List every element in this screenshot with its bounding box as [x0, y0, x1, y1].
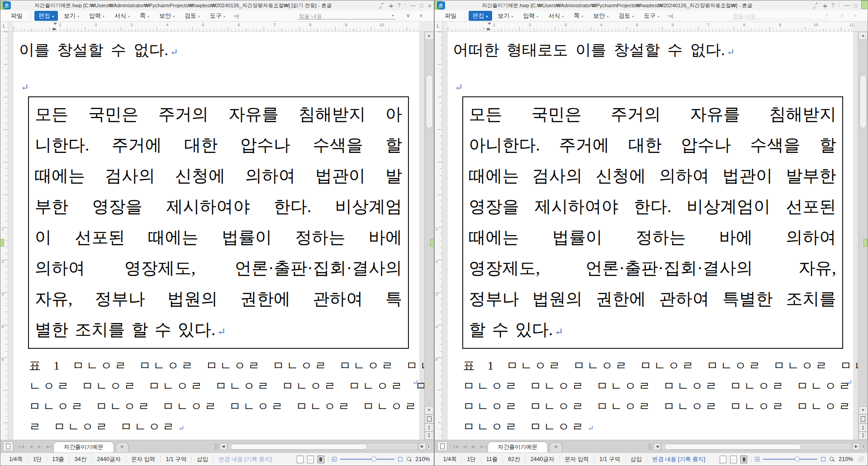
- vertical-scrollbar[interactable]: ▲ ▼ ▲▲ ▼▼: [858, 32, 868, 440]
- find-next-icon[interactable]: ∨: [840, 12, 844, 19]
- zoom-in-button[interactable]: [821, 457, 825, 461]
- status-item[interactable]: 1/1 구역: [594, 456, 626, 463]
- maximize-button[interactable]: □: [420, 2, 423, 9]
- resize-grip[interactable]: [859, 456, 864, 462]
- horizontal-scrollbar[interactable]: ◀ ▶: [648, 443, 865, 450]
- page[interactable]: 어떠한 형태로도 이를 창설할 수 없다.↵↵ 모든 국민은 주거의 자유를 침…: [448, 32, 854, 440]
- menu-item-3[interactable]: 보기▾: [60, 11, 83, 21]
- view-fit-width-icon[interactable]: ↔: [307, 456, 314, 463]
- status-item[interactable]: 1/4쪽: [438, 456, 462, 463]
- next-page-button[interactable]: ▼▼: [425, 432, 434, 440]
- status-item[interactable]: 문자 입력: [126, 456, 161, 463]
- left-indent-marker[interactable]: [52, 28, 56, 30]
- status-item[interactable]: 1/1 구역: [161, 456, 192, 463]
- scroll-track[interactable]: [228, 443, 418, 450]
- zoom-out-button[interactable]: [332, 457, 337, 461]
- menu-item-2[interactable]: 편집▾: [34, 11, 58, 21]
- status-item[interactable]: 34칸: [70, 456, 92, 463]
- view-current-mode-icon[interactable]: [318, 456, 324, 463]
- page-select-button[interactable]: [859, 414, 868, 423]
- status-item[interactable]: 13줄: [47, 456, 69, 463]
- vertical-ruler[interactable]: 12345: [0, 32, 8, 440]
- zoom-slider-knob[interactable]: [371, 456, 376, 461]
- zoom-slider-knob[interactable]: [795, 456, 800, 461]
- splitter-handle[interactable]: [861, 443, 865, 450]
- status-item[interactable]: 1단: [28, 456, 47, 463]
- zoom-slider[interactable]: [340, 459, 394, 460]
- scroll-right-icon[interactable]: ▶: [419, 443, 426, 450]
- zoom-level[interactable]: 210%: [839, 456, 853, 462]
- last-tab-icon[interactable]: ▶: [479, 444, 486, 449]
- menu-item-9[interactable]: 도구▾: [206, 11, 229, 21]
- status-item[interactable]: 2440글자: [92, 456, 126, 463]
- horizontal-scrollbar[interactable]: ◀ ▶: [214, 443, 431, 450]
- previous-page-button[interactable]: ▲▲: [859, 423, 868, 432]
- new-tab-button[interactable]: +: [550, 442, 562, 452]
- status-item[interactable]: 11줄: [481, 456, 503, 463]
- splitter-handle[interactable]: [427, 443, 431, 450]
- scroll-thumb[interactable]: [859, 75, 867, 128]
- title-bar[interactable]: 흔글 자간줄이기예문.hwp [C:₩Users₩Administrator₩P…: [0, 0, 434, 10]
- horizontal-ruler[interactable]: 12345678910: [8, 22, 434, 31]
- track-changes-status[interactable]: 변경 내용 [기록 중지]: [647, 456, 710, 463]
- status-item[interactable]: 삽입: [626, 456, 647, 463]
- scroll-track[interactable]: [859, 40, 868, 406]
- find-next-icon[interactable]: ∨: [406, 12, 410, 19]
- scroll-up-icon[interactable]: ▲: [859, 32, 868, 40]
- next-tab-icon[interactable]: ▶: [470, 444, 477, 449]
- next-page-button[interactable]: ▼▼: [859, 432, 868, 440]
- title-bar[interactable]: 흔글 자간줄이기예문.hwp [C:₩Users₩Administrator₩P…: [435, 0, 868, 10]
- help-icon[interactable]: ?: [398, 2, 401, 9]
- previous-page-button[interactable]: ▲▲: [425, 423, 434, 432]
- thumbnail-view-button[interactable]: [437, 442, 447, 451]
- scroll-down-icon[interactable]: ▼: [859, 406, 868, 414]
- chevron-down-icon[interactable]: ▾: [826, 14, 828, 18]
- first-tab-icon[interactable]: ◀: [453, 444, 460, 449]
- find-close-icon[interactable]: ×: [419, 12, 423, 19]
- scroll-thumb[interactable]: [426, 75, 433, 128]
- fullscreen-icon[interactable]: ↗↙: [813, 3, 818, 8]
- menu-item-1[interactable]: 파일: [7, 11, 27, 21]
- minimize-button[interactable]: —: [844, 2, 849, 9]
- page-select-button[interactable]: [425, 414, 434, 423]
- grip-dots-icon[interactable]: [214, 443, 218, 450]
- scroll-left-icon[interactable]: ◀: [220, 443, 227, 450]
- close-button[interactable]: ×: [428, 2, 432, 9]
- scroll-track[interactable]: [662, 443, 852, 450]
- first-line-indent-marker[interactable]: [53, 23, 57, 25]
- menu-item-7[interactable]: 보안▾: [155, 11, 179, 21]
- zoom-slider[interactable]: [763, 459, 817, 460]
- magnifier-icon[interactable]: [406, 456, 412, 462]
- zoom-out-button[interactable]: [755, 457, 759, 461]
- menu-item-2[interactable]: 편집▾: [469, 11, 492, 21]
- scroll-down-icon[interactable]: ▼: [425, 406, 434, 414]
- view-single-page-icon[interactable]: [720, 456, 726, 463]
- menu-item-8[interactable]: 검토▾: [615, 11, 638, 21]
- status-item[interactable]: 1/4쪽: [4, 456, 28, 463]
- view-fit-width-icon[interactable]: ↔: [730, 456, 737, 463]
- chevron-down-icon[interactable]: ▾: [392, 14, 394, 18]
- scroll-up-icon[interactable]: ▲: [425, 32, 434, 40]
- tab-type-button[interactable]: L: [0, 22, 8, 31]
- find-box[interactable]: 찾을 내용 ▾ ∨ ×: [731, 11, 862, 20]
- menu-item-3[interactable]: 보기▾: [494, 11, 517, 21]
- page[interactable]: 이를 창설할 수 없다.↵↵ 모든 국민은 주거의 자유를 침해받지 아니한다.…: [14, 32, 419, 440]
- menu-item-7[interactable]: 보안▾: [589, 11, 613, 21]
- magnifier-icon[interactable]: [829, 456, 835, 462]
- menu-item-4[interactable]: 입력▾: [519, 11, 543, 21]
- status-item[interactable]: 1단: [462, 456, 481, 463]
- split-window-icon[interactable]: ◂|▸: [389, 3, 393, 8]
- mute-speaker-icon[interactable]: [668, 13, 675, 19]
- menu-item-1[interactable]: 파일: [441, 11, 461, 21]
- scroll-thumb[interactable]: [231, 444, 367, 450]
- last-tab-icon[interactable]: ▶: [45, 444, 52, 449]
- new-tab-button[interactable]: +: [116, 442, 128, 452]
- menu-item-5[interactable]: 서식▾: [110, 11, 134, 21]
- status-item[interactable]: 62칸: [503, 456, 525, 463]
- view-single-page-icon[interactable]: [297, 456, 304, 463]
- prev-tab-icon[interactable]: ◀: [28, 444, 34, 449]
- left-indent-marker[interactable]: [487, 28, 490, 30]
- minimize-button[interactable]: —: [410, 2, 415, 9]
- scroll-thumb[interactable]: [664, 444, 801, 450]
- status-item[interactable]: 삽입: [192, 456, 213, 463]
